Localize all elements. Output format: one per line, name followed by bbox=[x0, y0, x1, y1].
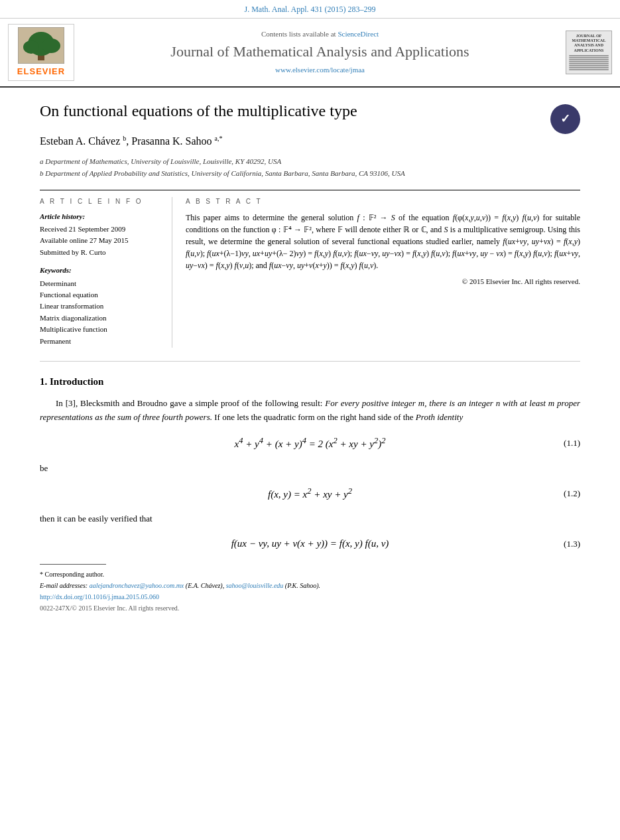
article-info-col: A R T I C L E I N F O Article history: R… bbox=[40, 197, 172, 348]
received-date: Received 21 September 2009 bbox=[40, 224, 162, 234]
submitted-by: Submitted by R. Curto bbox=[40, 247, 162, 257]
journal-cover-thumbnail: JOURNAL OFMATHEMATICALANALYSIS ANDAPPLIC… bbox=[566, 31, 612, 74]
affiliation-b: b Department of Applied Probability and … bbox=[40, 168, 580, 179]
email-label: E-mail addresses: bbox=[40, 582, 88, 589]
elsevier-tree-icon bbox=[18, 27, 64, 64]
intro-para-1: In [3], Blecksmith and Broudno gave a si… bbox=[40, 397, 580, 425]
section-divider bbox=[40, 361, 580, 362]
thumb-title-text: JOURNAL OFMATHEMATICALANALYSIS ANDAPPLIC… bbox=[572, 34, 606, 53]
journal-url[interactable]: www.elsevier.com/locate/jmaa bbox=[82, 65, 558, 75]
journal-reference-text: J. Math. Anal. Appl. 431 (2015) 283–299 bbox=[245, 5, 376, 14]
para-be: be bbox=[40, 462, 580, 476]
email-1[interactable]: aalejandronchavez@yahoo.com.mx bbox=[90, 582, 184, 589]
para-then: then it can be easily verified that bbox=[40, 512, 580, 526]
footer-divider bbox=[40, 564, 106, 565]
copyright-text: © 2015 Elsevier Inc. All rights reserved… bbox=[186, 277, 580, 287]
doi-link[interactable]: http://dx.doi.org/10.1016/j.jmaa.2015.05… bbox=[40, 593, 580, 602]
keyword-3: Linear transformation bbox=[40, 301, 162, 311]
section-1-heading: 1. Introduction bbox=[40, 375, 580, 389]
equation-1-3-row: f(ux − vy, uy + v(x + y)) = f(x, y) f(u,… bbox=[40, 537, 580, 551]
article-info-abstract-section: A R T I C L E I N F O Article history: R… bbox=[40, 190, 580, 348]
keyword-6: Permanent bbox=[40, 336, 162, 346]
elsevier-logo: ELSEVIER bbox=[8, 24, 74, 81]
journal-reference-bar: J. Math. Anal. Appl. 431 (2015) 283–299 bbox=[0, 0, 620, 19]
affiliations: a Department of Mathematics, University … bbox=[40, 156, 580, 179]
email-2-name: (P.K. Sahoo). bbox=[285, 582, 320, 589]
history-label: Article history: bbox=[40, 212, 162, 222]
affiliation-a: a Department of Mathematics, University … bbox=[40, 156, 580, 167]
equation-1-3-content: f(ux − vy, uy + v(x + y)) = f(x, y) f(u,… bbox=[231, 537, 389, 551]
corresponding-note: * Corresponding author. bbox=[40, 570, 580, 579]
equation-1-3-number: (1.3) bbox=[564, 538, 580, 550]
abstract-text: This paper aims to determine the general… bbox=[186, 212, 580, 271]
equation-1-1-content: x4 + y4 + (x + y)4 = 2 (x2 + xy + y2)2 bbox=[235, 435, 386, 451]
equation-1-1-number: (1.1) bbox=[564, 437, 580, 449]
abstract-header: A B S T R A C T bbox=[186, 197, 580, 206]
abstract-col: A B S T R A C T This paper aims to deter… bbox=[186, 197, 580, 348]
page-container: J. Math. Anal. Appl. 431 (2015) 283–299 … bbox=[0, 0, 620, 840]
equation-1-2-content: f(x, y) = x2 + xy + y2 bbox=[268, 486, 352, 502]
keyword-5: Multiplicative function bbox=[40, 324, 162, 334]
crossmark-icon: ✓ bbox=[560, 111, 570, 127]
equation-1-1-row: x4 + y4 + (x + y)4 = 2 (x2 + xy + y2)2 (… bbox=[40, 435, 580, 451]
keywords-label: Keywords: bbox=[40, 265, 162, 275]
email-2[interactable]: sahoo@louisville.edu bbox=[226, 582, 284, 589]
contents-line: Contents lists available at ScienceDirec… bbox=[82, 29, 558, 39]
journal-title-text: Journal of Mathematical Analysis and App… bbox=[82, 42, 558, 62]
crossmark-logo: ✓ bbox=[550, 104, 580, 134]
svg-point-3 bbox=[23, 40, 39, 54]
journal-title-block: Contents lists available at ScienceDirec… bbox=[82, 29, 558, 76]
keyword-4: Matrix diagonalization bbox=[40, 313, 162, 323]
available-date: Available online 27 May 2015 bbox=[40, 236, 162, 245]
equation-1-2-row: f(x, y) = x2 + xy + y2 (1.2) bbox=[40, 486, 580, 502]
equation-1-2-number: (1.2) bbox=[564, 488, 580, 500]
article-info-header: A R T I C L E I N F O bbox=[40, 197, 162, 206]
keyword-2: Functional equation bbox=[40, 290, 162, 300]
contents-label: Contents lists available at bbox=[261, 30, 336, 38]
svg-point-4 bbox=[42, 38, 60, 53]
article-title: On functional equations of the multiplic… bbox=[40, 101, 357, 121]
authors-line: Esteban A. Chávez b, Prasanna K. Sahoo a… bbox=[40, 134, 580, 149]
journal-header: ELSEVIER Contents lists available at Sci… bbox=[0, 19, 620, 88]
email-1-name: (E.A. Chávez), bbox=[186, 582, 224, 589]
main-content: On functional equations of the multiplic… bbox=[0, 88, 620, 633]
keyword-1: Determinant bbox=[40, 279, 162, 289]
title-row: On functional equations of the multiplic… bbox=[40, 101, 580, 134]
issn-text: 0022-247X/© 2015 Elsevier Inc. All right… bbox=[40, 604, 580, 613]
thumb-content-lines bbox=[569, 54, 609, 71]
sciencedirect-link[interactable]: ScienceDirect bbox=[338, 30, 379, 38]
elsevier-wordmark: ELSEVIER bbox=[17, 66, 65, 78]
email-addresses: E-mail addresses: aalejandronchavez@yaho… bbox=[40, 581, 580, 591]
